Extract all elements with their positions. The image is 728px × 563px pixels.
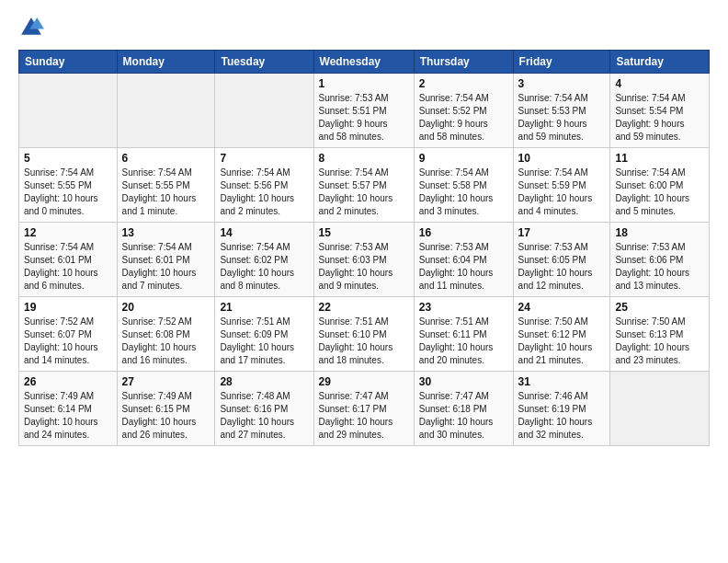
day-number: 1 [319, 77, 409, 90]
day-number: 17 [518, 226, 606, 239]
day-info: Sunrise: 7:51 AM Sunset: 6:09 PM Dayligh… [220, 316, 308, 367]
weekday-header-row: SundayMondayTuesdayWednesdayThursdayFrid… [19, 51, 710, 74]
day-cell: 25Sunrise: 7:50 AM Sunset: 6:13 PM Dayli… [610, 297, 710, 372]
day-cell: 19Sunrise: 7:52 AM Sunset: 6:07 PM Dayli… [19, 297, 118, 372]
day-cell: 30Sunrise: 7:47 AM Sunset: 6:18 PM Dayli… [414, 372, 513, 446]
weekday-header-saturday: Saturday [610, 51, 710, 74]
day-info: Sunrise: 7:53 AM Sunset: 5:51 PM Dayligh… [319, 92, 409, 144]
day-number: 27 [122, 375, 210, 388]
day-cell: 3Sunrise: 7:54 AM Sunset: 5:53 PM Daylig… [513, 74, 610, 148]
day-cell: 18Sunrise: 7:53 AM Sunset: 6:06 PM Dayli… [610, 223, 710, 297]
day-number: 18 [615, 226, 704, 239]
day-info: Sunrise: 7:53 AM Sunset: 6:05 PM Dayligh… [518, 241, 606, 293]
day-cell: 14Sunrise: 7:54 AM Sunset: 6:02 PM Dayli… [215, 223, 313, 297]
day-cell: 31Sunrise: 7:46 AM Sunset: 6:19 PM Dayli… [513, 372, 610, 446]
day-cell: 6Sunrise: 7:54 AM Sunset: 5:55 PM Daylig… [117, 148, 215, 223]
day-info: Sunrise: 7:54 AM Sunset: 5:52 PM Dayligh… [419, 92, 508, 144]
day-info: Sunrise: 7:47 AM Sunset: 6:18 PM Dayligh… [419, 390, 508, 442]
day-info: Sunrise: 7:54 AM Sunset: 5:53 PM Dayligh… [518, 92, 606, 144]
header [18, 15, 710, 40]
day-info: Sunrise: 7:49 AM Sunset: 6:15 PM Dayligh… [122, 390, 210, 442]
logo-icon [18, 15, 44, 40]
day-info: Sunrise: 7:53 AM Sunset: 6:04 PM Dayligh… [419, 241, 508, 293]
day-number: 25 [615, 301, 704, 314]
day-cell: 11Sunrise: 7:54 AM Sunset: 6:00 PM Dayli… [610, 148, 710, 223]
day-cell: 27Sunrise: 7:49 AM Sunset: 6:15 PM Dayli… [117, 372, 215, 446]
day-number: 19 [24, 301, 112, 314]
day-info: Sunrise: 7:54 AM Sunset: 5:55 PM Dayligh… [24, 167, 112, 218]
day-number: 14 [220, 226, 308, 239]
day-info: Sunrise: 7:46 AM Sunset: 6:19 PM Dayligh… [518, 390, 606, 442]
day-number: 26 [24, 375, 112, 388]
page: SundayMondayTuesdayWednesdayThursdayFrid… [0, 0, 728, 563]
day-cell: 7Sunrise: 7:54 AM Sunset: 5:56 PM Daylig… [215, 148, 313, 223]
day-info: Sunrise: 7:51 AM Sunset: 6:10 PM Dayligh… [319, 316, 409, 367]
day-number: 15 [319, 226, 409, 239]
day-cell [117, 74, 215, 148]
day-info: Sunrise: 7:49 AM Sunset: 6:14 PM Dayligh… [24, 390, 112, 442]
day-info: Sunrise: 7:54 AM Sunset: 5:59 PM Dayligh… [518, 167, 606, 218]
day-number: 11 [615, 152, 704, 165]
day-cell: 24Sunrise: 7:50 AM Sunset: 6:12 PM Dayli… [513, 297, 610, 372]
day-cell [610, 372, 710, 446]
day-info: Sunrise: 7:52 AM Sunset: 6:07 PM Dayligh… [24, 316, 112, 367]
day-cell: 13Sunrise: 7:54 AM Sunset: 6:01 PM Dayli… [117, 223, 215, 297]
day-number: 7 [220, 152, 308, 165]
weekday-header-tuesday: Tuesday [215, 51, 313, 74]
day-cell: 5Sunrise: 7:54 AM Sunset: 5:55 PM Daylig… [19, 148, 118, 223]
week-row-3: 12Sunrise: 7:54 AM Sunset: 6:01 PM Dayli… [19, 223, 710, 297]
day-cell: 2Sunrise: 7:54 AM Sunset: 5:52 PM Daylig… [414, 74, 513, 148]
day-info: Sunrise: 7:47 AM Sunset: 6:17 PM Dayligh… [319, 390, 409, 442]
day-cell [19, 74, 118, 148]
day-number: 24 [518, 301, 606, 314]
day-info: Sunrise: 7:54 AM Sunset: 6:02 PM Dayligh… [220, 241, 308, 293]
day-cell: 21Sunrise: 7:51 AM Sunset: 6:09 PM Dayli… [215, 297, 313, 372]
weekday-header-sunday: Sunday [19, 51, 118, 74]
day-info: Sunrise: 7:54 AM Sunset: 5:58 PM Dayligh… [419, 167, 508, 218]
logo [18, 15, 48, 40]
day-number: 3 [518, 77, 606, 90]
day-info: Sunrise: 7:53 AM Sunset: 6:03 PM Dayligh… [319, 241, 409, 293]
day-info: Sunrise: 7:54 AM Sunset: 6:01 PM Dayligh… [24, 241, 112, 293]
day-cell: 26Sunrise: 7:49 AM Sunset: 6:14 PM Dayli… [19, 372, 118, 446]
day-number: 2 [419, 77, 508, 90]
day-number: 10 [518, 152, 606, 165]
day-cell: 4Sunrise: 7:54 AM Sunset: 5:54 PM Daylig… [610, 74, 710, 148]
day-info: Sunrise: 7:54 AM Sunset: 6:01 PM Dayligh… [122, 241, 210, 293]
day-number: 9 [419, 152, 508, 165]
day-number: 6 [122, 152, 210, 165]
day-info: Sunrise: 7:54 AM Sunset: 5:56 PM Dayligh… [220, 167, 308, 218]
day-number: 31 [518, 375, 606, 388]
week-row-1: 1Sunrise: 7:53 AM Sunset: 5:51 PM Daylig… [19, 74, 710, 148]
day-info: Sunrise: 7:51 AM Sunset: 6:11 PM Dayligh… [419, 316, 508, 367]
day-info: Sunrise: 7:52 AM Sunset: 6:08 PM Dayligh… [122, 316, 210, 367]
day-number: 4 [615, 77, 704, 90]
day-number: 30 [419, 375, 508, 388]
day-number: 8 [319, 152, 409, 165]
weekday-header-friday: Friday [513, 51, 610, 74]
day-cell: 12Sunrise: 7:54 AM Sunset: 6:01 PM Dayli… [19, 223, 118, 297]
day-number: 12 [24, 226, 112, 239]
weekday-header-thursday: Thursday [414, 51, 513, 74]
day-number: 20 [122, 301, 210, 314]
day-cell: 8Sunrise: 7:54 AM Sunset: 5:57 PM Daylig… [313, 148, 414, 223]
day-number: 23 [419, 301, 508, 314]
day-cell: 15Sunrise: 7:53 AM Sunset: 6:03 PM Dayli… [313, 223, 414, 297]
day-number: 21 [220, 301, 308, 314]
day-number: 28 [220, 375, 308, 388]
day-cell: 23Sunrise: 7:51 AM Sunset: 6:11 PM Dayli… [414, 297, 513, 372]
day-info: Sunrise: 7:54 AM Sunset: 5:54 PM Dayligh… [615, 92, 704, 144]
day-number: 22 [319, 301, 409, 314]
weekday-header-monday: Monday [117, 51, 215, 74]
day-number: 16 [419, 226, 508, 239]
day-info: Sunrise: 7:54 AM Sunset: 5:55 PM Dayligh… [122, 167, 210, 218]
day-cell: 10Sunrise: 7:54 AM Sunset: 5:59 PM Dayli… [513, 148, 610, 223]
day-info: Sunrise: 7:54 AM Sunset: 6:00 PM Dayligh… [615, 167, 704, 218]
day-number: 13 [122, 226, 210, 239]
day-cell [215, 74, 313, 148]
day-cell: 28Sunrise: 7:48 AM Sunset: 6:16 PM Dayli… [215, 372, 313, 446]
day-info: Sunrise: 7:54 AM Sunset: 5:57 PM Dayligh… [319, 167, 409, 218]
day-info: Sunrise: 7:50 AM Sunset: 6:13 PM Dayligh… [615, 316, 704, 367]
day-info: Sunrise: 7:53 AM Sunset: 6:06 PM Dayligh… [615, 241, 704, 293]
week-row-4: 19Sunrise: 7:52 AM Sunset: 6:07 PM Dayli… [19, 297, 710, 372]
